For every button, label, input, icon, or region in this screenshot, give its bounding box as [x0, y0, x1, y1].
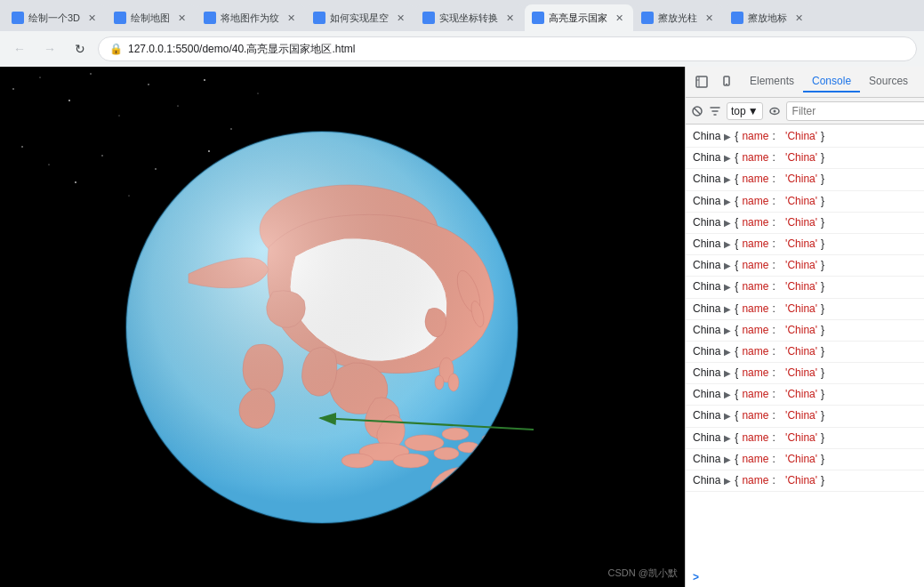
console-expand-triangle[interactable]: ▶: [724, 195, 731, 209]
refresh-button[interactable]: ↻: [68, 36, 92, 61]
tab-5[interactable]: 实现坐标转换 ✕: [415, 4, 524, 31]
lock-icon: 🔒: [109, 43, 123, 55]
tab-2[interactable]: 绘制地图 ✕: [107, 4, 196, 31]
console-line: China ▶ {name: 'China'}: [686, 299, 924, 320]
console-key: China: [693, 128, 720, 145]
devtools-mobile-icon[interactable]: [716, 71, 737, 92]
tab-1[interactable]: 绘制一个3D ✕: [4, 4, 106, 31]
tab-6[interactable]: 高亮显示国家 ✕: [525, 4, 633, 31]
console-key: China: [693, 236, 720, 253]
console-eye-button[interactable]: [768, 101, 781, 121]
tab-close-7[interactable]: ✕: [702, 11, 716, 25]
tab-7[interactable]: 擦放光柱 ✕: [634, 4, 723, 31]
tab-title-7: 擦放光柱: [658, 12, 697, 25]
console-line: China ▶ {name: 'China'}: [686, 470, 924, 492]
tab-title-2: 绘制地图: [131, 12, 170, 25]
console-expand-triangle[interactable]: ▶: [724, 366, 731, 381]
console-line: China ▶ {name: 'China'}: [686, 126, 924, 148]
devtools-panel: Elements Console Sources top ▼: [685, 67, 924, 587]
console-filter-button[interactable]: [709, 101, 721, 121]
tab-close-6[interactable]: ✕: [612, 11, 626, 25]
svg-point-28: [75, 181, 76, 183]
console-line: China ▶ {name: 'China'}: [686, 148, 924, 169]
console-clear-button[interactable]: [691, 101, 703, 121]
tab-sources[interactable]: Sources: [860, 71, 917, 92]
console-filter-input[interactable]: [786, 101, 924, 121]
devtools-inspect-icon[interactable]: [691, 71, 712, 92]
console-key: China: [693, 365, 720, 382]
console-expand-triangle[interactable]: ▶: [724, 453, 731, 467]
svg-point-158: [126, 132, 518, 523]
console-expand-triangle[interactable]: ▶: [724, 345, 731, 359]
console-expand-triangle[interactable]: ▶: [724, 302, 731, 317]
tab-close-8[interactable]: ✕: [791, 11, 806, 25]
tab-bar: 绘制一个3D ✕ 绘制地图 ✕ 将地图作为纹 ✕ 如何实现星空 ✕ 实现坐标转换…: [0, 0, 924, 31]
console-expand-triangle[interactable]: ▶: [724, 237, 731, 252]
back-button[interactable]: ←: [7, 36, 32, 61]
tab-favicon-3: [204, 12, 216, 24]
tab-favicon-4: [313, 12, 325, 24]
tab-elements[interactable]: Elements: [741, 71, 803, 92]
tab-close-5[interactable]: ✕: [502, 11, 517, 25]
browser-chrome: 绘制一个3D ✕ 绘制地图 ✕ 将地图作为纹 ✕ 如何实现星空 ✕ 实现坐标转换…: [0, 0, 924, 67]
console-key: China: [693, 301, 720, 318]
tab-console[interactable]: Console: [803, 71, 860, 92]
console-line: China ▶ {name: 'China'}: [686, 363, 924, 384]
csdn-watermark: CSDN @凯小默: [608, 567, 678, 580]
console-key: China: [693, 149, 720, 166]
console-key: China: [693, 343, 720, 360]
console-key: China: [693, 407, 720, 424]
console-expand-triangle[interactable]: ▶: [724, 431, 731, 446]
console-expand-triangle[interactable]: ▶: [724, 324, 731, 338]
svg-point-27: [48, 164, 49, 165]
console-expand-triangle[interactable]: ▶: [724, 409, 731, 423]
console-line: China ▶ {name: 'China'}: [686, 406, 924, 427]
console-output: China ▶ {name: 'China'}China ▶ {name: 'C…: [686, 125, 924, 567]
tab-8[interactable]: 擦放地标 ✕: [724, 4, 813, 31]
svg-point-1: [12, 88, 14, 90]
svg-point-170: [773, 109, 775, 112]
tab-title-8: 擦放地标: [748, 12, 787, 25]
context-dropdown-icon: ▼: [748, 105, 759, 117]
console-line: China ▶ {name: 'China'}: [686, 255, 924, 277]
forward-button[interactable]: →: [37, 36, 62, 61]
console-line: China ▶ {name: 'China'}: [686, 384, 924, 406]
console-expand-triangle[interactable]: ▶: [724, 474, 731, 488]
console-line: China ▶ {name: 'China'}: [686, 342, 924, 363]
tab-close-3[interactable]: ✕: [284, 11, 298, 25]
main-area: CSDN @凯小默 Elements Console Sou: [0, 67, 924, 587]
console-expand-triangle[interactable]: ▶: [724, 280, 731, 294]
tab-4[interactable]: 如何实现星空 ✕: [306, 4, 414, 31]
tab-title-3: 将地图作为纹: [221, 12, 279, 25]
tab-close-2[interactable]: ✕: [174, 11, 189, 25]
console-context-selector[interactable]: top ▼: [727, 102, 763, 120]
console-expand-triangle[interactable]: ▶: [724, 216, 731, 230]
console-prompt-arrow: >: [693, 571, 699, 583]
tab-favicon-6: [532, 12, 544, 24]
console-prompt[interactable]: >: [686, 567, 924, 587]
console-expand-triangle[interactable]: ▶: [724, 259, 731, 273]
console-expand-triangle[interactable]: ▶: [724, 173, 731, 187]
console-expand-triangle[interactable]: ▶: [724, 388, 731, 402]
console-line: China ▶ {name: 'China'}: [686, 449, 924, 470]
svg-line-168: [695, 108, 701, 114]
console-line: China ▶ {name: 'China'}: [686, 213, 924, 234]
svg-point-6: [148, 84, 149, 85]
tab-close-4[interactable]: ✕: [393, 11, 407, 25]
address-text: 127.0.0.1:5500/demo/40.高亮显示国家地区.html: [128, 42, 905, 57]
tab-title-5: 实现坐标转换: [439, 12, 498, 25]
console-key: China: [693, 193, 720, 210]
console-key: China: [693, 278, 720, 295]
globe-svg: [100, 105, 544, 550]
svg-point-26: [21, 146, 23, 148]
tab-close-1[interactable]: ✕: [84, 11, 99, 25]
svg-point-4: [90, 73, 91, 74]
console-expand-triangle[interactable]: ▶: [724, 130, 731, 144]
console-expand-triangle[interactable]: ▶: [724, 151, 731, 165]
address-field[interactable]: 🔒 127.0.0.1:5500/demo/40.高亮显示国家地区.html: [98, 36, 917, 61]
tab-3[interactable]: 将地图作为纹 ✕: [197, 4, 305, 31]
devtools-top-toolbar: Elements Console Sources: [686, 67, 924, 98]
context-label: top: [731, 105, 746, 117]
svg-point-8: [204, 79, 205, 81]
tab-favicon-2: [114, 12, 126, 24]
